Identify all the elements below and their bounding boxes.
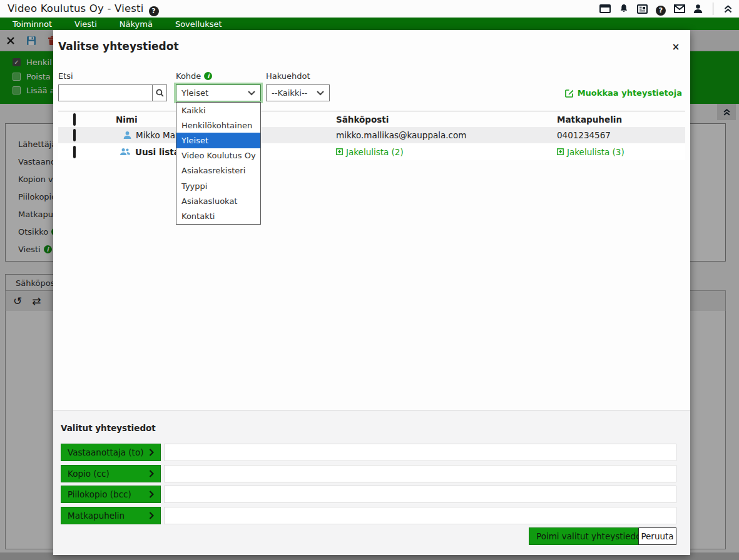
user-icon[interactable] xyxy=(693,4,703,14)
menu-nakyma[interactable]: Näkymä xyxy=(120,19,153,29)
table-header-row: Nimi Sähköposti Matkapuhelin xyxy=(58,111,685,127)
row-checkbox[interactable] xyxy=(73,129,76,141)
contact-email: mikko.mallikas@kauppala.com xyxy=(336,130,466,140)
kohde-label: Kohde i xyxy=(176,71,212,81)
title-help-icon[interactable]: ? xyxy=(149,6,159,16)
dialog-title: Valitse yhteystiedot xyxy=(58,40,179,53)
titlebar-divider xyxy=(713,3,713,15)
collapse-icon[interactable] xyxy=(723,4,733,14)
search-icon xyxy=(156,89,164,97)
row-checkbox[interactable] xyxy=(73,146,76,158)
group-icon xyxy=(120,148,131,156)
dropdown-option[interactable]: Tyyppi xyxy=(176,178,260,193)
dropdown-option[interactable]: Asiakasrekisteri xyxy=(176,163,260,178)
piilokopio-input[interactable] xyxy=(164,486,676,503)
select-all-checkbox[interactable] xyxy=(73,113,76,126)
dropdown-option[interactable]: Kaikki xyxy=(176,103,260,118)
chevron-right-icon xyxy=(149,470,154,477)
hakuehdot-label: Hakuehdot xyxy=(266,71,310,81)
hakuehdot-select-value: --Kaikki-- xyxy=(272,88,307,98)
dropdown-option[interactable]: Henkilökohtainen xyxy=(176,118,260,133)
kohde-select-value: Yleiset xyxy=(181,88,208,98)
edit-pencil-icon xyxy=(565,89,574,98)
kopio-cc-button[interactable]: Kopio (cc) xyxy=(61,465,161,482)
search-label: Etsi xyxy=(58,71,73,81)
info-icon: i xyxy=(204,72,212,80)
kopio-input[interactable] xyxy=(164,465,676,482)
mail-icon[interactable] xyxy=(674,4,685,13)
person-icon xyxy=(123,131,131,140)
chevron-right-icon xyxy=(149,512,154,519)
column-header-matkapuhelin: Matkapuhelin xyxy=(557,115,622,125)
search-button[interactable] xyxy=(152,84,167,101)
column-header-nimi: Nimi xyxy=(116,115,138,125)
matkapuhelin-input[interactable] xyxy=(164,507,676,524)
table-row: Mikko Mallikas mikko.mallikas@kauppala.c… xyxy=(58,127,685,143)
jakelulista-phone-link[interactable]: Jakelulista (3) xyxy=(557,147,624,157)
select-contacts-dialog: Valitse yhteystiedot × Etsi Kohde i Haku… xyxy=(53,30,690,555)
table-row: Uusi lista Jakelulista (2) Jakelulista (… xyxy=(58,143,685,160)
contact-phone: 0401234567 xyxy=(557,130,611,140)
vastaanottaja-input[interactable] xyxy=(164,444,676,461)
contacts-table: Nimi Sähköposti Matkapuhelin Mikko Malli… xyxy=(58,111,685,160)
bell-icon[interactable] xyxy=(619,4,629,14)
chevron-right-icon xyxy=(149,449,154,456)
dropdown-option-selected[interactable]: Yleiset xyxy=(176,133,260,148)
vastaanottaja-to-button[interactable]: Vastaanottaja (to) xyxy=(61,444,161,461)
plus-square-icon xyxy=(557,148,564,155)
kohde-dropdown-list: Kaikki Henkilökohtainen Yleiset Video Ko… xyxy=(176,102,261,225)
matkapuhelin-button[interactable]: Matkapuhelin xyxy=(61,507,161,524)
dropdown-option[interactable]: Kontakti xyxy=(176,208,260,223)
edit-contacts-link[interactable]: Muokkaa yhteystietoja xyxy=(565,88,682,98)
hakuehdot-select[interactable]: --Kaikki-- xyxy=(266,84,330,101)
plus-square-icon xyxy=(336,148,343,155)
menu-viesti[interactable]: Viesti xyxy=(74,19,97,29)
app-title-text: Video Koulutus Oy - Viesti xyxy=(8,3,144,14)
app-title: Video Koulutus Oy - Viesti? xyxy=(8,3,159,16)
menu-sovellukset[interactable]: Sovellukset xyxy=(175,19,222,29)
cancel-button[interactable]: Peruuta xyxy=(638,527,676,545)
window-icon[interactable] xyxy=(599,4,611,14)
help-icon[interactable]: ? xyxy=(656,2,666,16)
search-input[interactable] xyxy=(58,84,152,101)
chevron-right-icon xyxy=(149,491,154,498)
column-header-sahkoposti: Sähköposti xyxy=(336,115,389,125)
pick-selected-contacts-button[interactable]: Poimi valitut yhteystiedot xyxy=(529,527,652,545)
piilokopio-bcc-button[interactable]: Piilokopio (bcc) xyxy=(61,486,161,503)
kohde-select[interactable]: Yleiset xyxy=(176,84,261,101)
dropdown-option[interactable]: Asiakasluokat xyxy=(176,193,260,208)
selected-contacts-title: Valitut yhteystiedot xyxy=(61,423,156,433)
selected-contacts-section: Valitut yhteystiedot Vastaanottaja (to) … xyxy=(53,410,690,555)
contact-name: Uusi lista xyxy=(135,147,180,157)
menu-toiminnot[interactable]: Toiminnot xyxy=(13,19,52,29)
news-icon[interactable] xyxy=(637,4,648,14)
dropdown-option[interactable]: Video Koulutus Oy xyxy=(176,148,260,163)
titlebar-icons: ? xyxy=(599,0,733,18)
dialog-close-icon[interactable]: × xyxy=(669,40,683,54)
jakelulista-email-link[interactable]: Jakelulista (2) xyxy=(336,147,404,157)
chevron-down-icon xyxy=(317,91,324,96)
chevron-down-icon xyxy=(248,91,255,96)
titlebar: Video Koulutus Oy - Viesti? ? xyxy=(0,0,739,18)
menubar: Toiminnot Viesti Näkymä Sovellukset xyxy=(0,18,739,30)
